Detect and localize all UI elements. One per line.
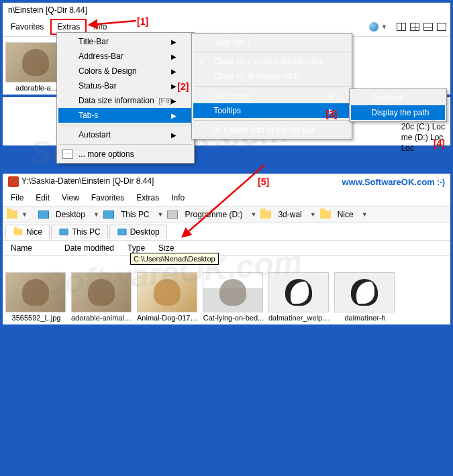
- layout-2v-icon[interactable]: [395, 21, 407, 33]
- submenu-arrow-icon: ▶: [171, 53, 177, 60]
- mi-close-l[interactable]: ✓Close by L-mouse double-click: [193, 54, 350, 69]
- thumb-label: adorable-animal-a...: [71, 314, 133, 322]
- submenu-arrow-icon: ▶: [171, 38, 177, 46]
- mi-disabled[interactable]: Disabled: [351, 91, 445, 105]
- thumbnail[interactable]: 3565592_L.jpg: [5, 272, 67, 322]
- tooltips-submenu: Disabled Display the path: [349, 88, 447, 122]
- location-text: me (D:) Loc: [401, 132, 445, 143]
- submenu-arrow-icon: ▶: [171, 82, 177, 90]
- thumb-image: [268, 272, 329, 312]
- toolbar-right: ▼: [368, 21, 448, 33]
- mi-tab-group[interactable]: Tab Group▶: [193, 88, 350, 103]
- thumbnail[interactable]: adorable-animal-a...: [71, 272, 133, 322]
- app-icon: [8, 176, 19, 187]
- dropdown-arrow-icon[interactable]: ▼: [251, 211, 257, 218]
- thumb-image: [71, 272, 132, 312]
- mi-address-bar[interactable]: Address-Bar▶: [58, 49, 193, 64]
- column-headers: Name Date modified Type Size C:\Users\Ne…: [3, 241, 450, 256]
- menu-view[interactable]: View: [56, 191, 85, 204]
- menu-extras-2[interactable]: Extras: [131, 191, 164, 204]
- mi-blank[interactable]: In a blank part of the tab bar.: [193, 123, 350, 137]
- tabs-submenu: Tabs Ver.1 ✓Close by L-mouse double-clic…: [191, 33, 352, 139]
- url-text: www.SoftwareOK.com: [342, 177, 434, 187]
- dropdown-arrow-icon[interactable]: ▼: [93, 211, 99, 218]
- window-2: Y:\Saskia-Daten\Einstein [Q-Dir 8.44] ww…: [2, 173, 451, 325]
- thumbnail[interactable]: Cat-lying-on-bed...: [203, 272, 264, 322]
- layout-1-icon[interactable]: [436, 21, 448, 33]
- tab-thispc[interactable]: This PC: [51, 225, 108, 239]
- folder-icon[interactable]: [260, 211, 271, 219]
- thumb-image: [334, 272, 395, 312]
- folder-icon[interactable]: [7, 211, 17, 219]
- header-date[interactable]: Date modified: [62, 242, 125, 254]
- thumb-label: Animal-Dog-017.jpg: [137, 314, 199, 322]
- layout-2h-icon[interactable]: [422, 21, 434, 33]
- submenu-arrow-icon: ▶: [171, 131, 177, 139]
- crumb-desktop[interactable]: Desktop: [52, 209, 89, 221]
- location-text: Loc: [401, 143, 445, 154]
- mi-close-m[interactable]: Close by M-mouse click: [193, 69, 350, 84]
- menu-edit[interactable]: Edit: [30, 191, 55, 204]
- layout-4-icon[interactable]: [409, 21, 421, 33]
- menu-info[interactable]: Info: [88, 20, 112, 34]
- window-1: n\Einstein [Q-Dir 8.44] Favorites Extras…: [2, 2, 451, 146]
- tab-nice[interactable]: Nice: [5, 225, 50, 239]
- extras-dropdown: Title-Bar▶ Address-Bar▶ Colors & Design▶…: [56, 32, 195, 164]
- desktop-icon[interactable]: [38, 211, 49, 219]
- thumbnail[interactable]: Animal-Dog-017.jpg: [137, 272, 199, 322]
- thumb-image: [203, 272, 263, 312]
- submenu-arrow-icon: ▶: [171, 68, 177, 75]
- mi-tabs[interactable]: Tab-s▶ Tabs Ver.1 ✓Close by L-mouse doub…: [58, 108, 193, 123]
- globe-icon[interactable]: [368, 21, 380, 33]
- tab-desktop[interactable]: Desktop: [109, 225, 167, 239]
- mi-data-size[interactable]: Data size information [F9]▶: [58, 93, 193, 108]
- mi-title-bar[interactable]: Title-Bar▶: [58, 34, 193, 49]
- tab-bar: Nice This PC Desktop: [3, 223, 450, 241]
- annotation-1: [1]: [137, 16, 148, 27]
- dropdown-arrow-icon[interactable]: ▼: [381, 23, 387, 30]
- separator: [194, 52, 350, 52]
- mi-tabs-ver1[interactable]: Tabs Ver.1: [193, 35, 350, 50]
- thumb-label: dalmatiner_welpe_...: [268, 314, 330, 322]
- thumbnail[interactable]: dalmatiner_welpe_...: [268, 272, 330, 322]
- dropdown-arrow-icon[interactable]: ▼: [158, 211, 164, 218]
- submenu-arrow-icon: ▶: [329, 93, 334, 100]
- mi-autostart[interactable]: Autostart▶: [58, 127, 193, 142]
- thumb-image: [137, 272, 197, 312]
- crumb-3dwal[interactable]: 3d-wal: [274, 209, 305, 221]
- drive-icon[interactable]: [167, 211, 178, 219]
- mi-colors[interactable]: Colors & Design▶: [58, 64, 193, 78]
- separator: [194, 120, 350, 121]
- breadcrumb-toolbar: ▼ Desktop▼ This PC▼ Programme (D:)▼ 3d-w…: [3, 206, 450, 223]
- thumbnail[interactable]: dalmatiner-h: [334, 272, 396, 322]
- pc-icon: [60, 229, 68, 235]
- header-name[interactable]: Name: [8, 242, 62, 254]
- thumb-image: [5, 272, 66, 312]
- mi-status-bar[interactable]: Status-Bar▶: [58, 78, 193, 93]
- dropdown-arrow-icon[interactable]: ▼: [362, 211, 368, 218]
- folder-icon[interactable]: [320, 211, 331, 219]
- crumb-programme[interactable]: Programme (D:): [181, 209, 246, 221]
- mi-tooltips[interactable]: Tooltips▶ Disabled Display the path: [193, 103, 350, 118]
- options-icon: ⋯: [62, 150, 73, 159]
- separator: [59, 125, 192, 125]
- folder-icon: [14, 229, 23, 235]
- path-tooltip: C:\Users\Nenad\Desktop: [130, 253, 219, 265]
- pc-icon[interactable]: [103, 211, 114, 219]
- separator: [59, 144, 192, 145]
- mi-more-options[interactable]: ⋯... more options: [58, 147, 193, 162]
- dropdown-arrow-icon[interactable]: ▼: [310, 211, 316, 218]
- crumb-nice[interactable]: Nice: [334, 209, 358, 221]
- mi-display-path[interactable]: Display the path: [351, 105, 445, 120]
- submenu-arrow-icon: ▶: [171, 97, 177, 105]
- menu-favorites-2[interactable]: Favorites: [86, 191, 130, 204]
- desktop-icon: [117, 229, 126, 235]
- menu-file[interactable]: File: [5, 191, 29, 204]
- dropdown-arrow-icon[interactable]: ▼: [21, 211, 28, 218]
- menu-favorites[interactable]: Favorites: [5, 20, 49, 34]
- crumb-thispc[interactable]: This PC: [117, 209, 154, 221]
- menu-info-2[interactable]: Info: [166, 191, 190, 204]
- title-text-2: Y:\Saskia-Daten\Einstein [Q-Dir 8.44]: [21, 176, 154, 186]
- menu-bar-2: File Edit View Favorites Extras Info [5]: [3, 190, 450, 206]
- thumb-label: Cat-lying-on-bed...: [203, 314, 264, 322]
